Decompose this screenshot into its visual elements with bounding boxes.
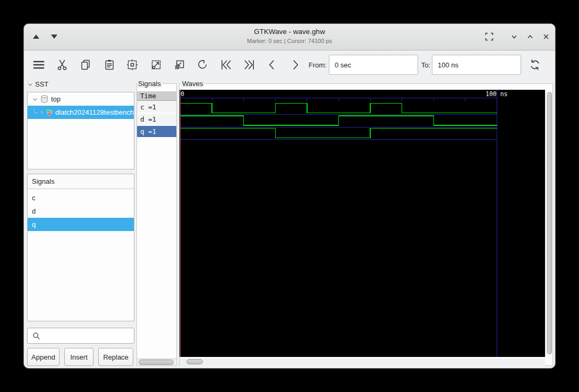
fullscreen-icon [483,30,496,43]
gtkwave-window: GTKWave - wave.ghw Marker: 0 sec | Curso… [23,23,556,369]
close-button[interactable] [539,30,553,44]
from-input[interactable] [329,55,418,75]
zoom-fit-button[interactable] [123,55,142,74]
tree-branch-line [34,109,38,113]
signal-list-item-q[interactable]: q [28,218,134,231]
scissors-icon [56,58,69,71]
insert-button[interactable]: Insert [64,348,93,366]
tree-item-top[interactable]: top [28,92,134,106]
sst-signal-list: Signals c d q [27,174,134,321]
append-button[interactable]: Append [27,348,59,366]
signal-list-header: Signals [28,174,134,189]
window-status: Marker: 0 sec | Cursor: 74100 ps [24,38,555,44]
search-icon [32,331,41,341]
sst-tree: top dlatch20241128testbench [27,92,134,169]
zoom-fit-icon [126,58,139,71]
signals-hscrollbar-thumb[interactable] [139,360,174,365]
from-label: From: [309,61,327,69]
waves-hscrollbar-track[interactable] [180,359,545,366]
time-header: Time [137,91,176,101]
fetch-left-button[interactable] [217,55,236,74]
menu-icon [32,58,46,72]
wave-time-start: 0 [181,90,184,98]
zoom-in-button[interactable] [147,55,166,74]
shift-right-icon [288,58,302,72]
waves-panel-legend: Waves [181,80,204,88]
copy-button[interactable] [76,55,95,74]
fetch-left-icon [219,58,233,72]
shift-left-icon [265,58,279,72]
signal-search [27,328,134,344]
menu-button[interactable] [29,55,48,74]
zoom-out-button[interactable] [170,55,189,74]
signal-value-row-q[interactable]: q =1 [137,126,176,138]
cut-button[interactable] [53,55,72,74]
database-icon [40,95,48,104]
chevron-right-icon [39,109,44,115]
waves-hscrollbar-thumb[interactable] [186,359,203,364]
module-icon [46,108,53,117]
zoom-undo-icon [196,58,209,71]
titlebar[interactable]: GTKWave - wave.ghw Marker: 0 sec | Curso… [24,24,555,50]
chevron-up-icon [524,30,537,43]
replace-button[interactable]: Replace [98,348,133,366]
chevron-down-icon [27,81,33,88]
chevron-down-icon [32,96,38,103]
signals-panel: Time c =1 d =1 q =1 [137,83,177,366]
to-input[interactable] [432,55,521,75]
fetch-right-button[interactable] [240,55,259,74]
tree-item-label: top [51,95,61,103]
signals-panel-legend: Signals [137,80,162,88]
search-input[interactable] [42,329,132,343]
waves-vscrollbar-thumb[interactable] [547,92,552,354]
maximize-button[interactable] [523,30,537,44]
reload-button[interactable] [525,55,544,74]
zoom-in-icon [150,58,163,71]
paste-button[interactable] [100,55,119,74]
paste-icon [103,58,116,71]
fetch-right-icon [242,58,256,72]
signal-list-item-d[interactable]: d [28,204,134,218]
signal-value-row-c[interactable]: c =1 [137,101,176,114]
sst-header[interactable]: SST [27,80,48,88]
fullscreen-button[interactable] [482,30,496,44]
waveform-traces [180,90,545,357]
wave-canvas[interactable]: 0 100 ns [180,90,545,357]
copy-icon [79,58,92,71]
tree-item-label: dlatch20241128testbench [55,108,134,116]
sst-label: SST [35,80,48,88]
waves-vscrollbar-track[interactable] [546,90,552,357]
chevron-down-icon [508,30,521,43]
close-icon [540,30,552,43]
zoom-undo-button[interactable] [193,55,212,74]
tree-item-dlatch[interactable]: dlatch20241128testbench [28,106,134,119]
window-title: GTKWave - wave.ghw [24,28,555,36]
to-label: To: [421,61,430,69]
signal-value-row-d[interactable]: d =1 [137,114,176,126]
minimize-button[interactable] [507,30,521,44]
wave-time-end: 100 ns [486,90,508,98]
shift-left-button[interactable] [262,55,282,74]
reload-icon [528,58,542,72]
signals-hscrollbar-track[interactable] [137,359,177,366]
shift-right-button[interactable] [286,55,305,74]
zoom-out-icon [173,58,186,71]
signal-list-item-c[interactable]: c [28,191,134,204]
